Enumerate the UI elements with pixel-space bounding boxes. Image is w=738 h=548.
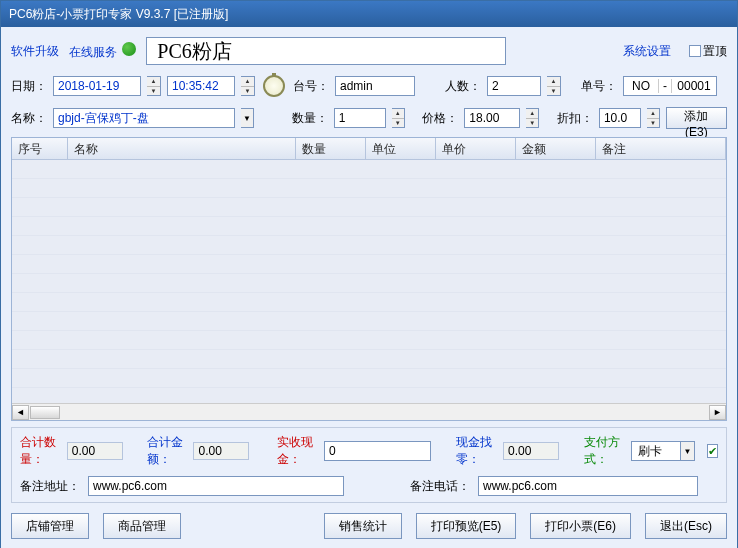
spin-down-icon[interactable]: ▼ — [241, 87, 254, 96]
order-prefix: NO — [624, 79, 658, 93]
name-label: 名称： — [11, 110, 47, 127]
qty-label: 数量： — [292, 110, 328, 127]
bottom-button-bar: 店铺管理 商品管理 销售统计 打印预览(E5) 打印小票(E6) 退出(Esc) — [11, 509, 727, 541]
shop-name-box[interactable]: PC6粉店 — [146, 37, 506, 65]
goods-manage-button[interactable]: 商品管理 — [103, 513, 181, 539]
time-spinner[interactable]: ▲▼ — [241, 76, 255, 96]
price-input[interactable] — [464, 108, 520, 128]
th-name[interactable]: 名称 — [68, 138, 296, 159]
spin-down-icon[interactable]: ▼ — [392, 119, 404, 128]
desk-label: 台号： — [293, 78, 329, 95]
print-receipt-button[interactable]: 打印小票(E6) — [530, 513, 631, 539]
remark-addr-label: 备注地址： — [20, 478, 80, 495]
remark-addr-input[interactable] — [88, 476, 344, 496]
online-service-link[interactable]: 在线服务 — [69, 42, 136, 61]
name-row: 名称： ▼ 数量： ▲▼ 价格： ▲▼ 折扣： ▲▼ 添加(E3) — [11, 105, 727, 131]
people-spinner[interactable]: ▲▼ — [547, 76, 561, 96]
order-number-box: NO - 00001 — [623, 76, 717, 96]
order-sep: - — [658, 79, 672, 93]
stopwatch-icon[interactable] — [263, 75, 285, 97]
table-body[interactable] — [12, 160, 726, 403]
date-spinner[interactable]: ▲▼ — [147, 76, 161, 96]
pin-top-toggle[interactable]: 置顶 — [689, 43, 727, 60]
date-row: 日期： ▲▼ ▲▼ 台号： 人数： ▲▼ 单号： NO - 00001 — [11, 73, 727, 99]
cash-received-label: 实收现金： — [277, 434, 316, 468]
exit-button[interactable]: 退出(Esc) — [645, 513, 727, 539]
order-label: 单号： — [581, 78, 617, 95]
pay-method-select[interactable]: 刷卡 ▼ — [631, 441, 695, 461]
pay-method-value: 刷卡 — [631, 441, 681, 461]
upgrade-link[interactable]: 软件升级 — [11, 43, 59, 60]
spin-up-icon[interactable]: ▲ — [547, 77, 560, 87]
app-window: PC6粉店-小票打印专家 V9.3.7 [已注册版] 软件升级 在线服务 PC6… — [0, 0, 738, 548]
scroll-thumb[interactable] — [30, 406, 60, 419]
th-qty[interactable]: 数量 — [296, 138, 366, 159]
cash-received-input[interactable] — [324, 441, 431, 461]
date-input[interactable] — [53, 76, 141, 96]
content-area: 软件升级 在线服务 PC6粉店 系统设置 置顶 日期： ▲▼ ▲▼ 台号： 人数… — [1, 27, 737, 548]
pay-method-label: 支付方式： — [584, 434, 623, 468]
qty-spinner[interactable]: ▲▼ — [392, 108, 405, 128]
product-dropdown-button[interactable]: ▼ — [241, 108, 254, 128]
th-price[interactable]: 单价 — [436, 138, 516, 159]
discount-spinner[interactable]: ▲▼ — [647, 108, 660, 128]
desk-input[interactable] — [335, 76, 415, 96]
th-amount[interactable]: 金额 — [516, 138, 596, 159]
discount-label: 折扣： — [557, 110, 593, 127]
order-table: 序号 名称 数量 单位 单价 金额 备注 ◄ ► — [11, 137, 727, 421]
spin-up-icon[interactable]: ▲ — [392, 109, 404, 119]
time-input[interactable] — [167, 76, 235, 96]
print-preview-button[interactable]: 打印预览(E5) — [416, 513, 517, 539]
spin-up-icon[interactable]: ▲ — [147, 77, 160, 87]
summary-row-1: 合计数量： 0.00 合计金额： 0.00 实收现金： 现金找零： 0.00 支… — [20, 434, 718, 468]
checkbox-icon — [689, 45, 701, 57]
people-label: 人数： — [445, 78, 481, 95]
spin-down-icon[interactable]: ▼ — [547, 87, 560, 96]
spin-down-icon[interactable]: ▼ — [147, 87, 160, 96]
th-unit[interactable]: 单位 — [366, 138, 436, 159]
system-settings-link[interactable]: 系统设置 — [623, 43, 671, 60]
spin-up-icon[interactable]: ▲ — [647, 109, 659, 119]
horizontal-scrollbar[interactable]: ◄ ► — [12, 403, 726, 420]
window-title: PC6粉店-小票打印专家 V9.3.7 [已注册版] — [9, 6, 228, 23]
discount-input[interactable] — [599, 108, 641, 128]
th-seq[interactable]: 序号 — [12, 138, 68, 159]
change-value: 0.00 — [503, 442, 559, 460]
top-link-row: 软件升级 在线服务 PC6粉店 系统设置 置顶 — [11, 35, 727, 67]
scroll-left-icon[interactable]: ◄ — [12, 405, 29, 420]
shop-manage-button[interactable]: 店铺管理 — [11, 513, 89, 539]
remark-tel-label: 备注电话： — [410, 478, 470, 495]
product-name-input[interactable] — [53, 108, 235, 128]
scroll-right-icon[interactable]: ► — [709, 405, 726, 420]
change-label: 现金找零： — [456, 434, 495, 468]
summary-row-2: 备注地址： 备注电话： — [20, 476, 718, 496]
add-button[interactable]: 添加(E3) — [666, 107, 727, 129]
spin-up-icon[interactable]: ▲ — [241, 77, 254, 87]
table-header: 序号 名称 数量 单位 单价 金额 备注 — [12, 138, 726, 160]
total-amt-label: 合计金额： — [147, 434, 186, 468]
price-spinner[interactable]: ▲▼ — [526, 108, 539, 128]
total-qty-value: 0.00 — [67, 442, 123, 460]
summary-panel: 合计数量： 0.00 合计金额： 0.00 实收现金： 现金找零： 0.00 支… — [11, 427, 727, 503]
remark-tel-input[interactable] — [478, 476, 698, 496]
date-label: 日期： — [11, 78, 47, 95]
people-input[interactable] — [487, 76, 541, 96]
spin-down-icon[interactable]: ▼ — [526, 119, 538, 128]
confirm-checkbox[interactable]: ✔ — [707, 444, 718, 458]
titlebar[interactable]: PC6粉店-小票打印专家 V9.3.7 [已注册版] — [1, 1, 737, 27]
price-label: 价格： — [422, 110, 458, 127]
total-qty-label: 合计数量： — [20, 434, 59, 468]
spin-down-icon[interactable]: ▼ — [647, 119, 659, 128]
scroll-track[interactable] — [29, 405, 709, 420]
spin-up-icon[interactable]: ▲ — [526, 109, 538, 119]
chevron-down-icon[interactable]: ▼ — [681, 441, 695, 461]
th-remark[interactable]: 备注 — [596, 138, 726, 159]
sales-stats-button[interactable]: 销售统计 — [324, 513, 402, 539]
order-number: 00001 — [672, 79, 716, 93]
qty-input[interactable] — [334, 108, 386, 128]
total-amt-value: 0.00 — [193, 442, 249, 460]
globe-icon — [122, 42, 136, 56]
